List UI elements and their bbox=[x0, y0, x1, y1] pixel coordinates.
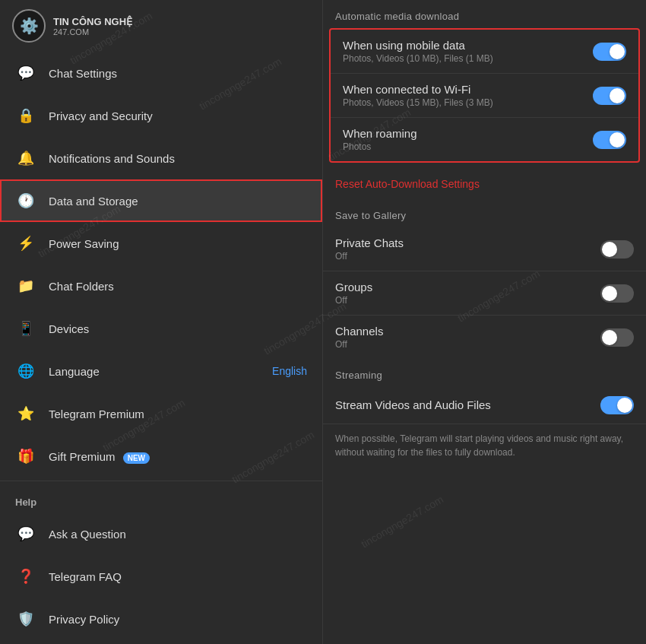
logo-title: TIN CÔNG NGHỆ bbox=[53, 16, 132, 27]
private-chats-subtitle: Off bbox=[335, 251, 591, 262]
private-chats-title: Private Chats bbox=[335, 236, 591, 249]
sidebar-item-language[interactable]: 🌐 Language English bbox=[0, 350, 322, 392]
roaming-setting[interactable]: When roaming Photos bbox=[331, 118, 638, 161]
question-chat-icon: 💬 bbox=[15, 523, 36, 544]
globe-icon: 🌐 bbox=[15, 360, 36, 382]
save-gallery-title: Save to Gallery bbox=[323, 199, 646, 227]
sidebar-label: Language bbox=[49, 365, 260, 378]
stream-videos-title: Stream Videos and Audio Files bbox=[335, 398, 591, 411]
sidebar-label: Ask a Question bbox=[49, 528, 307, 541]
sidebar-label: Telegram Premium bbox=[49, 408, 307, 420]
roaming-subtitle: Photos bbox=[343, 141, 584, 152]
new-badge: NEW bbox=[123, 452, 150, 464]
chat-icon: 💬 bbox=[15, 62, 36, 84]
faq-icon: ❓ bbox=[15, 566, 36, 587]
mobile-data-title: When using mobile data bbox=[343, 39, 584, 52]
gear-icon: ⚙️ bbox=[20, 17, 39, 35]
groups-info: Groups Off bbox=[335, 281, 591, 306]
language-value: English bbox=[272, 365, 307, 377]
sidebar-item-faq[interactable]: ❓ Telegram FAQ bbox=[0, 555, 322, 598]
mobile-data-toggle[interactable] bbox=[593, 43, 626, 61]
sidebar-item-privacy[interactable]: 🔒 Privacy and Security bbox=[0, 94, 322, 137]
toggle-knob bbox=[610, 132, 625, 148]
sidebar-item-notifications[interactable]: 🔔 Notifications and Sounds bbox=[0, 137, 322, 179]
private-chats-setting[interactable]: Private Chats Off bbox=[323, 227, 646, 271]
folder-icon: 📁 bbox=[15, 275, 36, 297]
sidebar-item-ask-question[interactable]: 💬 Ask a Question bbox=[0, 512, 322, 555]
reset-link[interactable]: Reset Auto-Download Settings bbox=[323, 169, 646, 199]
sidebar-item-chat-settings[interactable]: 💬 Chat Settings bbox=[0, 52, 322, 94]
sidebar-item-devices[interactable]: 📱 Devices bbox=[0, 307, 322, 350]
wifi-setting[interactable]: When connected to Wi-Fi Photos, Videos (… bbox=[331, 74, 638, 118]
mobile-data-info: When using mobile data Photos, Videos (1… bbox=[343, 39, 584, 64]
toggle-knob bbox=[610, 88, 625, 103]
mobile-data-subtitle: Photos, Videos (10 MB), Files (1 MB) bbox=[343, 53, 584, 64]
sidebar-label: Privacy and Security bbox=[49, 109, 307, 122]
groups-title: Groups bbox=[335, 281, 591, 293]
sidebar-item-power-saving[interactable]: ⚡ Power Saving bbox=[0, 222, 322, 265]
stream-videos-setting[interactable]: Stream Videos and Audio Files bbox=[323, 387, 646, 424]
left-panel: ⚙️ TIN CÔNG NGHỆ 247.COM 💬 Chat Settings… bbox=[0, 0, 323, 644]
sidebar-label: Devices bbox=[49, 322, 307, 335]
bell-icon: 🔔 bbox=[15, 148, 36, 169]
logo-area: ⚙️ TIN CÔNG NGHỆ 247.COM bbox=[0, 0, 322, 52]
channels-setting[interactable]: Channels Off bbox=[323, 316, 646, 359]
auto-download-box: When using mobile data Photos, Videos (1… bbox=[329, 28, 640, 163]
menu-list: 💬 Chat Settings 🔒 Privacy and Security 🔔… bbox=[0, 52, 322, 644]
mobile-data-setting[interactable]: When using mobile data Photos, Videos (1… bbox=[331, 30, 638, 74]
sidebar-label: Privacy Policy bbox=[49, 613, 307, 626]
wifi-subtitle: Photos, Videos (15 MB), Files (3 MB) bbox=[343, 97, 584, 108]
lock-icon: 🔒 bbox=[15, 105, 36, 126]
roaming-title: When roaming bbox=[343, 127, 584, 140]
divider bbox=[0, 481, 322, 481]
power-icon: ⚡ bbox=[15, 233, 36, 254]
help-section-header: Help bbox=[0, 484, 322, 512]
toggle-knob bbox=[602, 330, 617, 345]
sidebar-label: Gift Premium NEW bbox=[49, 450, 307, 463]
groups-subtitle: Off bbox=[335, 295, 591, 306]
logo-circle: ⚙️ bbox=[12, 9, 46, 43]
logo-text: TIN CÔNG NGHỆ 247.COM bbox=[53, 16, 132, 36]
wifi-toggle[interactable] bbox=[593, 87, 626, 105]
toggle-knob bbox=[602, 242, 617, 257]
sidebar-label: Notifications and Sounds bbox=[49, 152, 307, 165]
sidebar-item-gift[interactable]: 🎁 Gift Premium NEW bbox=[0, 435, 322, 477]
stream-videos-toggle[interactable] bbox=[600, 396, 634, 414]
shield-icon: 🛡️ bbox=[15, 608, 36, 630]
save-gallery-section: Private Chats Off Groups Off Channels Of… bbox=[323, 227, 646, 359]
right-panel: Automatic media download When using mobi… bbox=[323, 0, 646, 644]
toggle-knob bbox=[617, 398, 632, 413]
logo-subtitle: 247.COM bbox=[53, 27, 132, 36]
channels-toggle[interactable] bbox=[600, 328, 634, 347]
sidebar-item-premium[interactable]: ⭐ Telegram Premium bbox=[0, 392, 322, 435]
clock-icon: 🕐 bbox=[15, 190, 36, 211]
sidebar-item-data-storage[interactable]: 🕐 Data and Storage bbox=[0, 179, 322, 222]
groups-setting[interactable]: Groups Off bbox=[323, 271, 646, 316]
channels-info: Channels Off bbox=[335, 325, 591, 350]
channels-title: Channels bbox=[335, 325, 591, 338]
toggle-knob bbox=[610, 44, 625, 59]
star-icon: ⭐ bbox=[15, 403, 36, 424]
sidebar-label: Chat Settings bbox=[49, 67, 307, 80]
sidebar-label: Power Saving bbox=[49, 237, 307, 250]
wifi-info: When connected to Wi-Fi Photos, Videos (… bbox=[343, 83, 584, 108]
private-chats-info: Private Chats Off bbox=[335, 236, 591, 262]
streaming-description: When possible, Telegram will start playi… bbox=[323, 424, 646, 467]
sidebar-label: Chat Folders bbox=[49, 280, 307, 293]
sidebar-item-privacy-policy[interactable]: 🛡️ Privacy Policy bbox=[0, 598, 322, 640]
sidebar-label: Data and Storage bbox=[49, 195, 307, 208]
wifi-title: When connected to Wi-Fi bbox=[343, 83, 584, 96]
private-chats-toggle[interactable] bbox=[600, 240, 634, 259]
channels-subtitle: Off bbox=[335, 339, 591, 350]
stream-videos-info: Stream Videos and Audio Files bbox=[335, 398, 591, 413]
roaming-info: When roaming Photos bbox=[343, 127, 584, 152]
sidebar-label: Telegram FAQ bbox=[49, 570, 307, 583]
groups-toggle[interactable] bbox=[600, 284, 634, 303]
toggle-knob bbox=[602, 286, 617, 301]
device-icon: 📱 bbox=[15, 318, 36, 339]
sidebar-item-chat-folders[interactable]: 📁 Chat Folders bbox=[0, 265, 322, 307]
roaming-toggle[interactable] bbox=[593, 131, 626, 149]
gift-icon: 🎁 bbox=[15, 446, 36, 467]
streaming-title: Streaming bbox=[323, 359, 646, 387]
auto-media-title: Automatic media download bbox=[323, 0, 646, 28]
